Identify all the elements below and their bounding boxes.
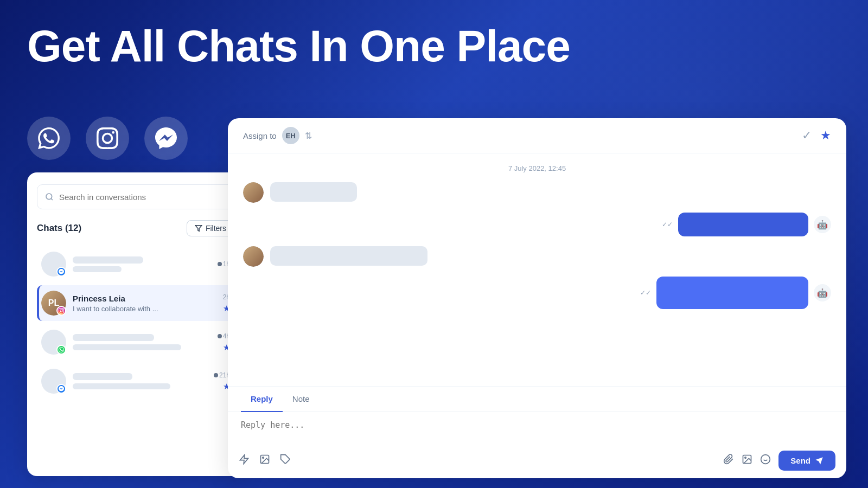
outgoing-group-2: ✓✓ 🤖 xyxy=(640,277,831,309)
reply-input-area[interactable] xyxy=(228,412,846,446)
outgoing-message-1: ✓✓ 🤖 xyxy=(243,213,831,236)
tab-reply[interactable]: Reply xyxy=(241,387,283,412)
avatar-wrap xyxy=(41,369,66,394)
reply-area: Reply Note xyxy=(228,386,846,479)
svg-point-9 xyxy=(761,455,770,464)
name-placeholder xyxy=(73,256,143,264)
chat-preview: I want to collaborate with ... xyxy=(73,305,216,313)
date-divider: 7 July 2022, 12:45 xyxy=(243,164,831,172)
whatsapp-badge-icon xyxy=(59,347,64,352)
chat-list-panel: Chats (12) Filters 1h xyxy=(27,172,244,476)
svg-marker-2 xyxy=(195,226,202,232)
outgoing-row-2: ✓✓ 🤖 xyxy=(640,277,831,309)
check-icon[interactable]: ✓ xyxy=(802,129,812,143)
outgoing-row: ✓✓ 🤖 xyxy=(662,213,831,236)
search-icon xyxy=(45,192,54,201)
quick-reply-icon[interactable] xyxy=(239,454,250,467)
messenger-icon-button[interactable] xyxy=(144,117,188,160)
chat-list-item[interactable]: 1h xyxy=(37,246,234,282)
instagram-icon xyxy=(97,127,118,149)
reply-toolbar: Send xyxy=(228,446,846,478)
instagram-icon-button[interactable] xyxy=(86,117,129,160)
assignee-chevron[interactable]: ⇅ xyxy=(305,131,312,141)
incoming-message-2 xyxy=(243,246,831,267)
chats-count-label: Chats (12) xyxy=(37,223,81,234)
svg-point-5 xyxy=(263,457,264,459)
assign-row: Assign to EH ⇅ xyxy=(243,127,312,144)
chat-info xyxy=(73,334,211,350)
bot-icon-2: 🤖 xyxy=(814,284,831,301)
emoji-icon[interactable] xyxy=(760,454,771,467)
message-bubble-placeholder-2 xyxy=(270,246,427,266)
bot-icon: 🤖 xyxy=(814,216,831,233)
reply-tabs: Reply Note xyxy=(228,387,846,412)
msg-avatar xyxy=(243,182,264,203)
platform-badge-whatsapp xyxy=(56,345,66,355)
image-attach-icon[interactable] xyxy=(259,454,270,467)
unread-dot xyxy=(218,334,222,338)
outgoing-message-2: ✓✓ 🤖 xyxy=(243,277,831,309)
message-bubble-placeholder xyxy=(270,182,357,202)
reply-tools-right: Send xyxy=(723,451,835,471)
avatar-wrap xyxy=(41,330,66,355)
msg-avatar xyxy=(243,246,264,267)
svg-line-1 xyxy=(51,198,53,200)
instagram-badge-icon xyxy=(59,308,64,313)
hero-title: Get All Chats In One Place xyxy=(27,22,570,70)
name-placeholder xyxy=(73,334,154,341)
search-input[interactable] xyxy=(59,192,226,202)
platform-badge-messenger xyxy=(56,267,66,277)
conversation-header: Assign to EH ⇅ ✓ ★ xyxy=(228,118,846,153)
filter-button[interactable]: Filters xyxy=(187,220,234,236)
messages-area: 7 July 2022, 12:45 ✓✓ 🤖 xyxy=(228,153,846,386)
chats-header: Chats (12) Filters xyxy=(37,220,234,236)
chat-info xyxy=(73,373,207,389)
reply-input[interactable] xyxy=(241,420,833,440)
chat-info xyxy=(73,256,211,272)
chat-list-item-active[interactable]: PL Princess Leia I want to collaborate w… xyxy=(37,285,234,321)
name-placeholder xyxy=(73,373,132,380)
send-button[interactable]: Send xyxy=(778,451,835,471)
platform-badge-instagram xyxy=(56,306,66,316)
tab-note[interactable]: Note xyxy=(283,387,320,412)
search-bar[interactable] xyxy=(37,184,234,209)
send-icon xyxy=(815,457,824,465)
attachment-icon[interactable] xyxy=(723,454,734,467)
chat-list-item[interactable]: 21h ★ xyxy=(37,363,234,399)
platform-icons-row xyxy=(27,117,188,160)
star-action-icon[interactable]: ★ xyxy=(820,129,831,143)
svg-point-8 xyxy=(745,457,746,459)
outgoing-bubble xyxy=(678,213,808,236)
filter-icon xyxy=(195,224,202,232)
avatar-wrap: PL xyxy=(41,291,66,316)
read-check-icon: ✓✓ xyxy=(662,221,673,228)
conversation-panel: Assign to EH ⇅ ✓ ★ 7 July 2022, 12:45 ✓✓… xyxy=(228,118,846,478)
preview-placeholder xyxy=(73,344,181,350)
assignee-avatar[interactable]: EH xyxy=(282,127,299,144)
svg-marker-3 xyxy=(240,455,248,464)
messenger-badge-icon2 xyxy=(59,386,64,391)
messenger-icon xyxy=(155,127,177,149)
unread-dot xyxy=(214,373,218,377)
whatsapp-icon xyxy=(38,127,60,149)
reply-tools-left xyxy=(239,454,291,467)
image-icon[interactable] xyxy=(742,454,752,467)
preview-placeholder xyxy=(73,383,170,389)
whatsapp-icon-button[interactable] xyxy=(27,117,71,160)
chat-name: Princess Leia xyxy=(73,294,216,303)
unread-dot xyxy=(218,262,222,266)
read-check-icon-2: ✓✓ xyxy=(640,289,651,297)
assign-label: Assign to xyxy=(243,131,277,140)
svg-point-0 xyxy=(46,194,52,200)
chat-info: Princess Leia I want to collaborate with… xyxy=(73,294,216,313)
platform-badge-messenger xyxy=(56,384,66,394)
label-icon[interactable] xyxy=(280,454,291,467)
header-actions: ✓ ★ xyxy=(802,129,831,143)
incoming-message-1 xyxy=(243,182,831,203)
avatar-wrap xyxy=(41,252,66,277)
outgoing-group: ✓✓ 🤖 xyxy=(662,213,831,236)
preview-placeholder xyxy=(73,266,122,272)
outgoing-bubble-2 xyxy=(656,277,808,309)
chat-list-item[interactable]: 4h ★ xyxy=(37,324,234,360)
messenger-badge-icon xyxy=(59,269,64,274)
